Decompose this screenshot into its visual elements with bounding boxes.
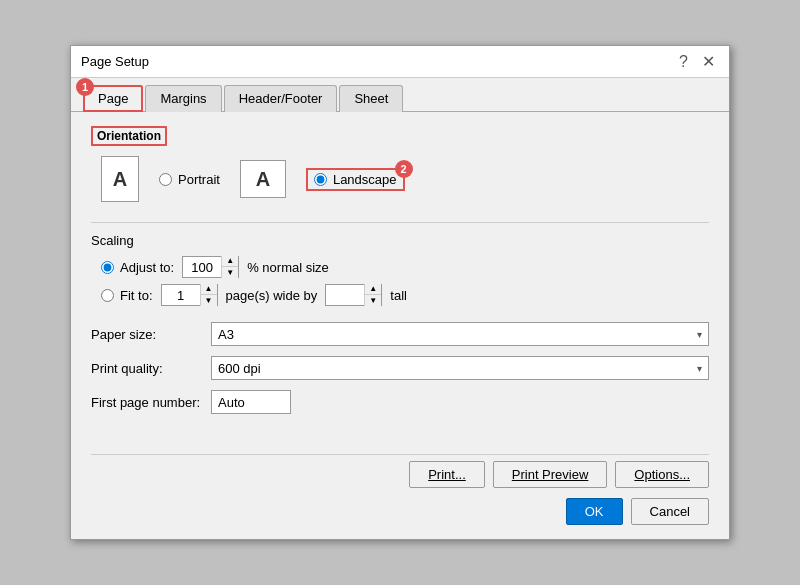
print-quality-row: Print quality: 600 dpi ▾ <box>91 356 709 380</box>
fit-to-tall-spinbox-btns: ▲ ▼ <box>364 284 381 306</box>
paper-size-select[interactable]: A3 ▾ <box>211 322 709 346</box>
help-button[interactable]: ? <box>675 54 692 70</box>
adjust-to-up-btn[interactable]: ▲ <box>222 256 238 267</box>
fit-to-tall-down-btn[interactable]: ▼ <box>365 295 381 306</box>
tab-sheet-label: Sheet <box>354 91 388 106</box>
print-button[interactable]: Print... <box>409 461 485 488</box>
adjust-to-input[interactable] <box>183 257 221 277</box>
fit-to-middle: page(s) wide by <box>226 288 318 303</box>
adjust-to-row: Adjust to: ▲ ▼ % normal size <box>91 256 709 278</box>
fit-to-spinbox-btns: ▲ ▼ <box>200 284 217 306</box>
first-page-input[interactable] <box>211 390 291 414</box>
print-quality-value: 600 dpi <box>218 361 261 376</box>
cancel-button[interactable]: Cancel <box>631 498 709 525</box>
adjust-to-radio[interactable] <box>101 261 114 274</box>
orientation-label: Orientation <box>91 126 167 146</box>
tab-page-label: Page <box>98 91 128 106</box>
tab-content: Orientation A Portrait A Landscape 2 <box>71 112 729 438</box>
close-button[interactable]: ✕ <box>698 54 719 70</box>
dialog-title: Page Setup <box>81 54 149 69</box>
tab-margins[interactable]: Margins <box>145 85 221 112</box>
scaling-section: Scaling Adjust to: ▲ ▼ % normal size <box>91 233 709 306</box>
adjust-to-spinbox-btns: ▲ ▼ <box>221 256 238 278</box>
paper-size-label: Paper size: <box>91 327 211 342</box>
action-row: Print... Print Preview Options... <box>91 454 709 488</box>
print-preview-button[interactable]: Print Preview <box>493 461 608 488</box>
tab-page[interactable]: Page 1 <box>83 85 143 112</box>
portrait-label: Portrait <box>178 172 220 187</box>
fit-to-radio[interactable] <box>101 289 114 302</box>
portrait-option[interactable]: Portrait <box>159 172 220 187</box>
tab-margins-label: Margins <box>160 91 206 106</box>
adjust-to-spinbox[interactable]: ▲ ▼ <box>182 256 239 278</box>
title-bar-controls: ? ✕ <box>675 54 719 70</box>
print-quality-chevron: ▾ <box>697 363 702 374</box>
adjust-to-option[interactable]: Adjust to: <box>101 260 174 275</box>
options-button[interactable]: Options... <box>615 461 709 488</box>
paper-size-chevron: ▾ <box>697 329 702 340</box>
fit-to-down-btn[interactable]: ▼ <box>201 295 217 306</box>
adjust-to-suffix: % normal size <box>247 260 329 275</box>
fit-to-tall-spinbox[interactable]: ▲ ▼ <box>325 284 382 306</box>
ok-cancel-row: OK Cancel <box>91 498 709 525</box>
tab-header-footer[interactable]: Header/Footer <box>224 85 338 112</box>
page-setup-dialog: Page Setup ? ✕ Page 1 Margins Header/Foo… <box>70 45 730 540</box>
fit-to-spinbox[interactable]: ▲ ▼ <box>161 284 218 306</box>
first-page-row: First page number: <box>91 390 709 414</box>
landscape-option[interactable]: Landscape <box>314 172 397 187</box>
fit-to-option[interactable]: Fit to: <box>101 288 153 303</box>
fit-to-suffix: tall <box>390 288 407 303</box>
options-label: Options... <box>634 467 690 482</box>
landscape-highlighted: Landscape 2 <box>306 168 405 191</box>
fit-to-up-btn[interactable]: ▲ <box>201 284 217 295</box>
landscape-icon: A <box>240 160 286 198</box>
fit-to-row: Fit to: ▲ ▼ page(s) wide by ▲ ▼ <box>91 284 709 306</box>
divider-1 <box>91 222 709 223</box>
print-quality-select[interactable]: 600 dpi ▾ <box>211 356 709 380</box>
landscape-label-text: Landscape <box>333 172 397 187</box>
orientation-section: Orientation A Portrait A Landscape 2 <box>91 126 709 202</box>
bottom-section: Print... Print Preview Options... OK Can… <box>71 438 729 539</box>
tab-sheet[interactable]: Sheet <box>339 85 403 112</box>
fit-to-tall-input[interactable] <box>326 285 364 305</box>
orientation-row: A Portrait A Landscape 2 <box>91 156 709 202</box>
tab-page-badge: 1 <box>76 78 94 96</box>
first-page-label: First page number: <box>91 395 211 410</box>
landscape-badge: 2 <box>395 160 413 178</box>
fit-to-input[interactable] <box>162 285 200 305</box>
portrait-icon: A <box>101 156 139 202</box>
tab-header-footer-label: Header/Footer <box>239 91 323 106</box>
print-label: Print... <box>428 467 466 482</box>
adjust-to-label: Adjust to: <box>120 260 174 275</box>
print-preview-label: Print Preview <box>512 467 589 482</box>
fit-to-tall-up-btn[interactable]: ▲ <box>365 284 381 295</box>
title-bar: Page Setup ? ✕ <box>71 46 729 78</box>
fit-to-label: Fit to: <box>120 288 153 303</box>
tab-bar: Page 1 Margins Header/Footer Sheet <box>71 78 729 112</box>
print-quality-label: Print quality: <box>91 361 211 376</box>
adjust-to-down-btn[interactable]: ▼ <box>222 267 238 278</box>
ok-button[interactable]: OK <box>566 498 623 525</box>
portrait-radio[interactable] <box>159 173 172 186</box>
paper-size-row: Paper size: A3 ▾ <box>91 322 709 346</box>
scaling-title: Scaling <box>91 233 709 248</box>
paper-size-value: A3 <box>218 327 234 342</box>
landscape-radio[interactable] <box>314 173 327 186</box>
